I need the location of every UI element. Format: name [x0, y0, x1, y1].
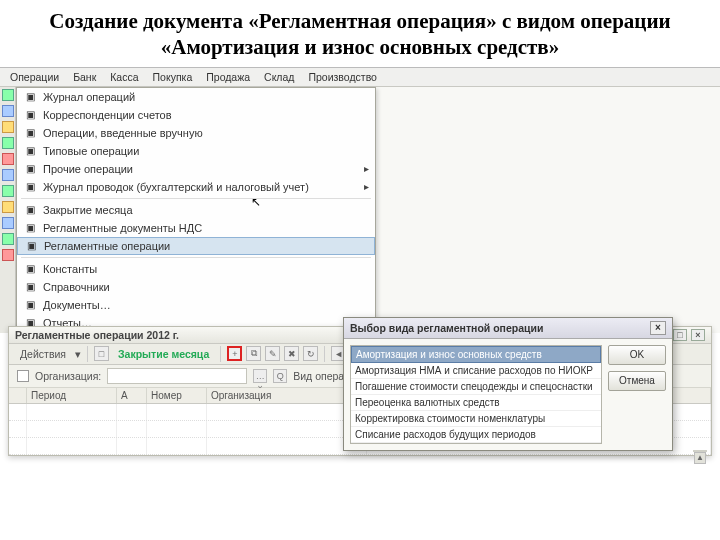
lookup-button[interactable]: Q	[273, 369, 287, 383]
sidebar-icon[interactable]	[2, 89, 14, 101]
main-menubar: Операции Банк Касса Покупка Продажа Скла…	[0, 68, 720, 87]
menu-item[interactable]: ▣Регламентные операции	[17, 237, 375, 255]
operation-type-item[interactable]: Погашение стоимости спецодежды и спецосн…	[351, 379, 601, 395]
close-button[interactable]: ×	[691, 329, 705, 341]
menu-item-icon: ▣	[23, 144, 37, 158]
menu-cash[interactable]: Касса	[108, 70, 140, 84]
sidebar-icon[interactable]	[2, 105, 14, 117]
menu-item-label: Типовые операции	[43, 145, 139, 157]
menu-item-icon: ▣	[23, 108, 37, 122]
menu-item[interactable]: ▣Журнал проводок (бухгалтерский и налого…	[17, 178, 375, 196]
menu-item[interactable]: ▣Закрытие месяца	[17, 201, 375, 219]
operation-type-item[interactable]: Амортизация и износ основных средств	[351, 346, 601, 363]
menu-bank[interactable]: Банк	[71, 70, 98, 84]
actions-button[interactable]: Действия	[15, 346, 71, 362]
sidebar-icon[interactable]	[2, 137, 14, 149]
col-marker[interactable]	[9, 388, 27, 403]
menu-item-label: Константы	[43, 263, 97, 275]
slide-title: Создание документа «Регламентная операци…	[0, 0, 720, 67]
org-checkbox[interactable]	[17, 370, 29, 382]
submenu-arrow-icon: ▸	[364, 163, 369, 174]
menu-item-icon: ▣	[23, 262, 37, 276]
dialog-titlebar: Выбор вида регламентной операции ×	[344, 318, 672, 339]
menu-item-label: Документы…	[43, 299, 111, 311]
menu-item-icon: ▣	[23, 221, 37, 235]
operation-type-item[interactable]: Корректировка стоимости номенклатуры	[351, 411, 601, 427]
menu-item[interactable]: ▣Типовые операции	[17, 142, 375, 160]
menu-item-label: Закрытие месяца	[43, 204, 133, 216]
menu-item-label: Журнал проводок (бухгалтерский и налогов…	[43, 181, 309, 193]
menu-item-icon: ▣	[24, 239, 38, 253]
menu-item[interactable]: ▣Константы	[17, 260, 375, 278]
menu-item-label: Прочие операции	[43, 163, 133, 175]
menu-item-label: Регламентные операции	[44, 240, 170, 252]
col-a[interactable]: А	[117, 388, 147, 403]
submenu-arrow-icon: ▸	[364, 181, 369, 192]
menu-item[interactable]: ▣Прочие операции▸	[17, 160, 375, 178]
maximize-button[interactable]: □	[673, 329, 687, 341]
menu-item-icon: ▣	[23, 162, 37, 176]
left-sidebar	[0, 87, 16, 333]
sidebar-icon[interactable]	[2, 121, 14, 133]
menu-item-label: Регламентные документы НДС	[43, 222, 202, 234]
select-operation-type-dialog: Выбор вида регламентной операции × Аморт…	[343, 317, 673, 451]
menu-operations[interactable]: Операции	[8, 70, 61, 84]
sidebar-icon[interactable]	[2, 185, 14, 197]
cancel-button[interactable]: Отмена	[608, 371, 666, 391]
reg-operations-window: Регламентные операции 2012 г. – □ × Дейс…	[8, 326, 712, 456]
menu-warehouse[interactable]: Склад	[262, 70, 296, 84]
closing-month-button[interactable]: Закрытие месяца	[113, 346, 214, 362]
scroll-up-icon[interactable]: ▲	[694, 452, 706, 464]
sidebar-icon[interactable]	[2, 249, 14, 261]
operation-type-item[interactable]: Списание расходов будущих периодов	[351, 427, 601, 443]
menu-item-icon: ▣	[23, 298, 37, 312]
col-number[interactable]: Номер	[147, 388, 207, 403]
menu-item-icon: ▣	[23, 90, 37, 104]
main-area: ▣Журнал операций▣Корреспонденции счетов▣…	[16, 87, 720, 333]
clear-org-button[interactable]: …×	[253, 369, 267, 383]
toolbar-icon[interactable]: □	[94, 346, 109, 361]
menu-item-icon: ▣	[23, 126, 37, 140]
sidebar-icon[interactable]	[2, 153, 14, 165]
operations-dropdown: ▣Журнал операций▣Корреспонденции счетов▣…	[16, 87, 376, 333]
operation-type-list: Амортизация и износ основных средствАмор…	[350, 345, 602, 444]
ok-button[interactable]: OK	[608, 345, 666, 365]
dialog-title: Выбор вида регламентной операции	[350, 322, 543, 334]
menu-item-label: Журнал операций	[43, 91, 135, 103]
menu-item[interactable]: ▣Корреспонденции счетов	[17, 106, 375, 124]
menu-item[interactable]: ▣Журнал операций	[17, 88, 375, 106]
operation-type-item[interactable]: Переоценка валютных средств	[351, 395, 601, 411]
delete-icon[interactable]: ✖	[284, 346, 299, 361]
sidebar-icon[interactable]	[2, 233, 14, 245]
menu-item[interactable]: ▣Документы…	[17, 296, 375, 314]
refresh-icon[interactable]: ↻	[303, 346, 318, 361]
sidebar-icon[interactable]	[2, 217, 14, 229]
subwindow-title: Регламентные операции 2012 г.	[15, 329, 179, 341]
menu-sale[interactable]: Продажа	[204, 70, 252, 84]
menu-production[interactable]: Производство	[306, 70, 378, 84]
application-window: Операции Банк Касса Покупка Продажа Скла…	[0, 67, 720, 333]
menu-item[interactable]: ▣Справочники	[17, 278, 375, 296]
org-input[interactable]	[107, 368, 247, 384]
menu-item-icon: ▣	[23, 180, 37, 194]
menu-item-icon: ▣	[23, 280, 37, 294]
workspace: ▣Журнал операций▣Корреспонденции счетов▣…	[0, 87, 720, 333]
menu-item-label: Корреспонденции счетов	[43, 109, 172, 121]
menu-item[interactable]: ▣Регламентные документы НДС	[17, 219, 375, 237]
add-icon[interactable]: +	[227, 346, 242, 361]
mouse-cursor-icon: ↖	[251, 195, 261, 209]
sidebar-icon[interactable]	[2, 201, 14, 213]
menu-item-label: Операции, введенные вручную	[43, 127, 203, 139]
menu-item[interactable]: ▣Операции, введенные вручную	[17, 124, 375, 142]
dialog-close-button[interactable]: ×	[650, 321, 666, 335]
sidebar-icon[interactable]	[2, 169, 14, 181]
menu-item-icon: ▣	[23, 203, 37, 217]
menu-purchase[interactable]: Покупка	[151, 70, 195, 84]
col-period[interactable]: Период	[27, 388, 117, 403]
org-label: Организация:	[35, 370, 101, 382]
menu-item-label: Справочники	[43, 281, 110, 293]
copy-icon[interactable]: ⧉	[246, 346, 261, 361]
edit-icon[interactable]: ✎	[265, 346, 280, 361]
operation-type-item[interactable]: Амортизация НМА и списание расходов по Н…	[351, 363, 601, 379]
vertical-scrollbar[interactable]: ▲	[693, 450, 707, 452]
